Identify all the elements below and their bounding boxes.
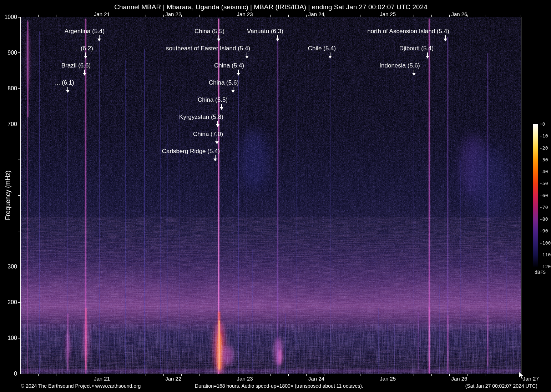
x-tick-top: [521, 15, 521, 17]
annotation-label: Chile (5.4): [308, 45, 336, 52]
x-tick-top: [56, 15, 56, 17]
date-label-bottom: Jan 21: [94, 376, 110, 382]
x-tick-top: [431, 15, 432, 17]
footer-duration: Duration=168 hours. Audio speed-up=1800×…: [195, 383, 363, 389]
colorbar-tick-label: -80: [540, 216, 548, 222]
colorbar-tick-label: -30: [540, 157, 548, 162]
date-label-bottom: Jan 22: [165, 376, 181, 382]
date-label-top: Jan 24: [308, 11, 324, 17]
spectrogram-page: Channel MBAR | Mbarara, Uganda (seismic)…: [0, 0, 551, 392]
footer-timestamp: (Sat Jan 27 00:02:07 2024 UTC): [465, 383, 537, 389]
y-tick: [18, 160, 20, 160]
x-tick-top: [342, 15, 342, 17]
colorbar-tick-label: -10: [540, 133, 548, 139]
y-tick: [18, 17, 20, 17]
arrow-head: [412, 73, 416, 76]
date-label-bottom: Jan 25: [380, 376, 396, 382]
x-tick-bottom: [288, 374, 289, 376]
arrow-head: [216, 124, 219, 127]
page-title: Channel MBAR | Mbarara, Uganda (seismic)…: [114, 3, 428, 11]
y-tick: [18, 124, 20, 124]
mouse-cursor-icon: [519, 372, 525, 380]
colorbar-tick-label: -110: [540, 252, 551, 257]
spectrogram-image: [21, 17, 521, 374]
colorbar-gradient: [533, 124, 538, 267]
x-tick-top: [360, 15, 360, 17]
x-tick-bottom: [146, 374, 146, 376]
y-tick-label: 1000: [0, 14, 17, 20]
arrow-head: [444, 39, 447, 41]
x-tick-bottom: [74, 374, 74, 376]
x-tick-top: [235, 15, 235, 17]
x-tick-top: [199, 15, 199, 17]
y-tick: [18, 88, 20, 89]
x-tick-bottom: [431, 374, 432, 376]
colorbar-tick-label: -50: [540, 181, 548, 186]
date-label-top: Jan 21: [94, 11, 110, 17]
y-tick-label: 100: [0, 335, 17, 341]
arrow-head: [66, 90, 70, 93]
date-label-top: Jan 26: [451, 11, 467, 17]
annotation-label: north of Ascension Island (5.4): [367, 28, 449, 35]
x-tick-bottom: [92, 374, 92, 376]
arrow-head: [84, 56, 87, 59]
annotation-label: Vanuatu (6.3): [247, 28, 283, 35]
footer-copyright: © 2024 The Earthsound Project • www.eart…: [21, 383, 141, 389]
x-tick-bottom: [199, 374, 199, 376]
annotation-arrow-icon: [66, 87, 70, 93]
x-tick-top: [503, 15, 503, 17]
x-tick-bottom: [306, 374, 307, 376]
annotation-arrow-icon: [412, 70, 416, 76]
arrow-head: [220, 107, 223, 110]
colorbar-tick-label: -100: [540, 240, 551, 246]
arrow-head: [245, 56, 249, 59]
annotation-label: ... (6.1): [55, 79, 74, 86]
annotation-arrow-icon: [83, 70, 86, 76]
annotation-arrow-icon: [231, 87, 235, 93]
y-tick-label: 700: [0, 121, 17, 127]
y-axis-label: Frequency (mHz): [4, 170, 12, 220]
arrow-head: [328, 56, 332, 59]
annotation-arrow-icon: [245, 52, 249, 59]
y-tick: [18, 338, 20, 338]
annotation-label: China (5.5): [194, 28, 224, 35]
y-tick: [18, 267, 20, 267]
annotation-label: Argentina (5.4): [65, 28, 105, 35]
arrow-head: [426, 56, 429, 59]
x-tick-bottom: [217, 374, 217, 376]
y-tick-label: 900: [0, 50, 17, 56]
annotation-arrow-icon: [215, 138, 219, 144]
arrow-head: [276, 39, 279, 41]
x-tick-bottom: [414, 374, 414, 376]
colorbar-tick-label: -120: [540, 264, 551, 269]
x-tick-top: [414, 15, 414, 17]
x-tick-bottom: [360, 374, 360, 376]
y-tick-label: 200: [0, 299, 17, 306]
annotation-arrow-icon: [213, 155, 217, 161]
date-label-bottom: Jan 23: [237, 376, 253, 382]
x-tick-top: [92, 15, 92, 17]
x-tick-top: [306, 15, 307, 17]
x-tick-top: [449, 15, 450, 17]
x-tick-bottom: [485, 374, 485, 376]
y-tick: [18, 374, 20, 374]
annotation-label: China (5.4): [214, 62, 244, 69]
date-label-bottom: Jan 24: [308, 376, 324, 382]
annotation-label: China (5.5): [198, 96, 228, 104]
arrow-head: [83, 73, 86, 76]
x-tick-bottom: [342, 374, 342, 376]
arrow-head: [217, 39, 221, 41]
x-tick-top: [146, 15, 146, 17]
colorbar-tick-label: -20: [540, 145, 548, 151]
colorbar-tick-label: -60: [540, 193, 548, 198]
x-tick-bottom: [128, 374, 128, 376]
date-label-top: Jan 23: [237, 11, 253, 17]
y-tick-label: 0: [0, 371, 17, 377]
annotation-arrow-icon: [237, 70, 240, 76]
annotation-label: Kyrgyzstan (5.8): [179, 114, 223, 121]
annotation-label: Brazil (6.6): [61, 62, 91, 69]
date-label-top: Jan 25: [380, 11, 396, 17]
annotation-arrow-icon: [426, 52, 429, 59]
date-label-top: Jan 22: [165, 11, 181, 17]
annotation-arrow-icon: [444, 35, 447, 41]
